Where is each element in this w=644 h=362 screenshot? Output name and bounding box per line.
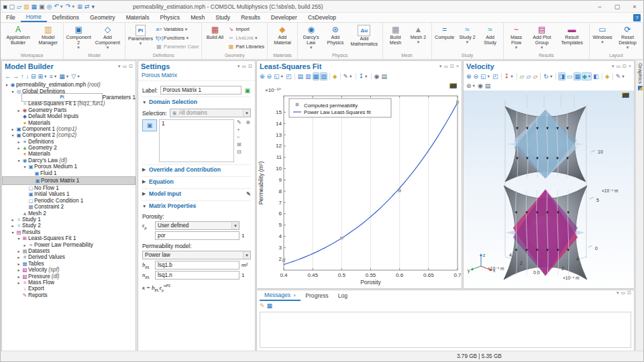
tree-item-porous-medium-1[interactable]: ▾▣Porous Medium 1: [2, 164, 136, 170]
tree-item-permeability-estimation-mph[interactable]: ▾◉permeability_estimation.mph(root): [2, 82, 136, 88]
float-panel-icon[interactable]: ▭: [616, 64, 621, 69]
porosity-model-dropdown[interactable]: User defined ▼: [155, 221, 239, 230]
plot-settings-icon[interactable]: ✎▼: [343, 72, 354, 80]
domain-list-item[interactable]: 1: [162, 121, 231, 127]
tree-item-periodic-condition-1[interactable]: ▢Periodic Condition 1: [2, 198, 136, 204]
tree-item-datasets[interactable]: ▸▦Datasets: [2, 248, 136, 254]
zoom-box-icon[interactable]: ◱▼: [273, 72, 284, 80]
zoom-sel-icon[interactable]: ⊕: [245, 119, 251, 126]
close-button[interactable]: ×: [626, 1, 643, 13]
float-panel-icon[interactable]: ▭: [443, 64, 448, 69]
zoom-in-icon[interactable]: ⊕: [259, 72, 266, 80]
tree-item-geometry-parts[interactable]: ▸◉Geometry Parts: [2, 107, 136, 113]
move-down-icon[interactable]: ↓: [25, 72, 30, 80]
ribbon-button-windows[interactable]: ▭Windows ▼: [591, 24, 614, 46]
ribbon-button-study-2[interactable]: ≈Study 2 ▼: [456, 24, 479, 46]
tab-progress[interactable]: Progress: [301, 290, 333, 301]
ribbon-button-add-mathematics[interactable]: ΔuAdd Mathematics: [347, 24, 381, 48]
pin-panel-icon[interactable]: ⊡: [248, 64, 252, 69]
zoom-box-icon[interactable]: ◱▼: [480, 72, 491, 80]
velocity-3d-view[interactable]: 0510×10⁻⁴ m42×10⁻⁴ m0 024×10⁻⁴ mzxy: [464, 90, 634, 289]
tree-item-definitions[interactable]: ▸≡Definitions: [2, 139, 136, 145]
tree-item-materials[interactable]: ●Materials: [2, 151, 136, 157]
copy-icon[interactable]: ⊞: [77, 3, 83, 10]
tree-item-parameters-1[interactable]: PiParameters 1: [2, 95, 136, 101]
ribbon-button-add-plot-group[interactable]: ▤Add Plot Group ▼: [528, 24, 556, 51]
ribbon-button-model-manager[interactable]: ▥Model Manager: [34, 24, 62, 46]
pencil-icon[interactable]: ✎: [236, 119, 242, 126]
print-icon[interactable]: ▤: [380, 72, 388, 80]
environment-icon[interactable]: ⊛▼: [466, 82, 476, 90]
close-panel-icon[interactable]: ×: [629, 64, 631, 69]
color-icon[interactable]: ◆▼: [582, 72, 592, 80]
collapsed-arrow-icon[interactable]: ▸: [16, 274, 21, 279]
label-input[interactable]: [160, 86, 242, 95]
menu-item-file[interactable]: File: [1, 13, 21, 22]
view-yz-icon[interactable]: ▱: [526, 72, 532, 80]
menu-item-physics[interactable]: Physics: [155, 13, 186, 22]
tree-item-component-1[interactable]: ▸▣Component 1(comp1): [2, 126, 136, 132]
save-icon[interactable]: ▣: [39, 3, 45, 10]
tree-item-derived-values[interactable]: ▸#Derived Values: [2, 254, 136, 260]
pin-panel-icon[interactable]: ⊡: [623, 64, 627, 69]
tab-log[interactable]: Log: [333, 290, 352, 301]
ribbon-button-add-study[interactable]: ≈Add Study: [479, 24, 502, 46]
tree-item-power-law-permeability[interactable]: ▸≈Power Law Permeability: [2, 241, 136, 247]
menu-item-mesh[interactable]: Mesh: [185, 13, 210, 22]
y-axis-data-icon[interactable]: ▥: [305, 72, 312, 80]
tab-messages[interactable]: Messages×: [260, 290, 301, 301]
add-icon[interactable]: +: [236, 127, 242, 133]
permeability-fit-chart[interactable]: 234567891011121314150.40.450.50.550.60.6…: [257, 81, 462, 288]
back-icon[interactable]: ←: [4, 72, 11, 80]
ribbon-button-part-libraries[interactable]: ▦Part Libraries: [226, 42, 266, 51]
collapsed-arrow-icon[interactable]: ▸: [16, 267, 21, 272]
snapshot-icon[interactable]: ◉: [477, 82, 484, 90]
tree-item-tables[interactable]: ▸▦Tables: [2, 261, 136, 267]
zoom-in-icon[interactable]: ⊕: [466, 72, 472, 80]
expanded-arrow-icon[interactable]: ▾: [10, 133, 15, 137]
zoom-out-icon[interactable]: ⊖: [473, 72, 480, 80]
clear-icon[interactable]: ✎: [259, 302, 266, 310]
collapsed-arrow-icon[interactable]: ▸: [10, 217, 15, 222]
clip-icon[interactable]: ◧: [592, 72, 600, 80]
collapsed-arrow-icon[interactable]: ▸: [22, 243, 28, 247]
tree-item-materials[interactable]: ●Materials: [2, 119, 136, 125]
domain-list[interactable]: 1: [159, 119, 234, 162]
section-domain-selection[interactable]: ▼ Domain Selection: [142, 97, 251, 107]
collapsed-arrow-icon[interactable]: ▸: [16, 255, 21, 259]
zoom-extents-icon[interactable]: ◰: [285, 72, 292, 80]
filter-icon[interactable]: ▽▼: [70, 72, 80, 80]
menu-item-materials[interactable]: Materials: [121, 13, 155, 22]
redo-icon[interactable]: ↷▼: [66, 3, 76, 10]
model-libraries-icon[interactable]: ▥: [23, 3, 30, 10]
n-value-input[interactable]: [155, 271, 239, 280]
tree-item-initial-values-1[interactable]: ▣Initial Values 1: [2, 191, 136, 197]
help-button[interactable]: ?: [633, 14, 641, 21]
section-equation[interactable]: ▶Equation: [142, 176, 251, 186]
view-zx-icon[interactable]: ▱: [532, 72, 538, 80]
expanded-arrow-icon[interactable]: ▾: [10, 89, 15, 94]
collapse-panel-icon[interactable]: ▾: [616, 290, 619, 301]
permeability-model-dropdown[interactable]: Power law ▼: [142, 251, 251, 259]
tree-item-no-flow-1[interactable]: ▢No Flow 1: [2, 185, 136, 191]
lock-axes-icon[interactable]: ◈: [332, 72, 338, 80]
tree-item-velocity[interactable]: ▸▧Velocity(spf): [2, 267, 136, 273]
menu-item-csdevelop[interactable]: CsDevelop: [303, 13, 341, 22]
tree-item-fluid-1[interactable]: ▣Fluid 1: [2, 170, 136, 176]
active-selection-button[interactable]: ▣: [142, 119, 157, 131]
collapsed-arrow-icon[interactable]: ▸: [16, 108, 21, 113]
tree-item-mass-flow[interactable]: ▸≈Mass Flow: [2, 280, 136, 286]
remove-icon[interactable]: −: [236, 134, 242, 141]
tree-item-pressure[interactable]: ▸▧Pressure(dl): [2, 273, 136, 279]
menu-item-home[interactable]: Home: [21, 13, 47, 22]
zoom-out-icon[interactable]: ⊖: [266, 72, 273, 80]
open-file-icon[interactable]: ▱: [17, 3, 21, 10]
menu-item-geometry[interactable]: Geometry: [85, 13, 121, 22]
tree-item-geometry-2[interactable]: ▸▲Geometry 2: [2, 145, 136, 151]
tree-item-reports[interactable]: ✎Reports: [2, 292, 136, 298]
collapse-panel-icon[interactable]: ▾: [118, 64, 121, 69]
plot-window-icon[interactable]: ▧: [320, 72, 327, 80]
menu-item-developer[interactable]: Developer: [266, 13, 303, 22]
expanded-arrow-icon[interactable]: ▾: [16, 158, 21, 163]
lock-axes-icon[interactable]: ◈: [604, 72, 610, 80]
